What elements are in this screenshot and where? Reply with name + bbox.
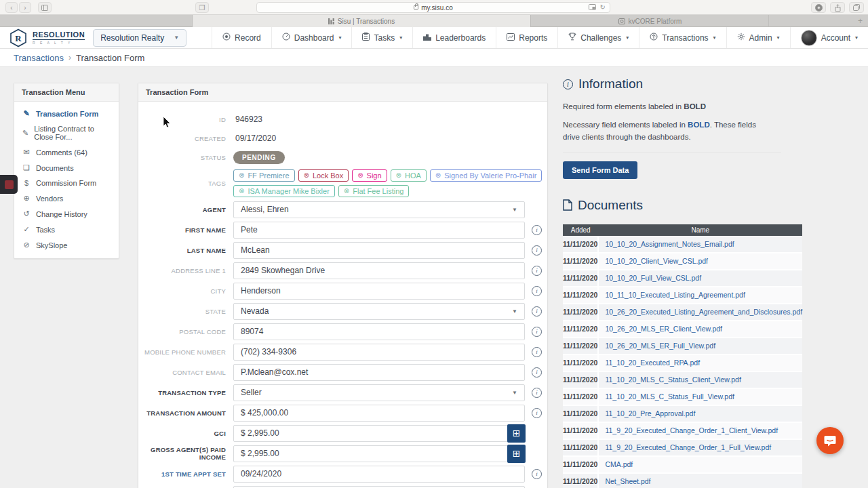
- field-input[interactable]: Alessi, Ehren: [233, 201, 525, 218]
- document-link[interactable]: 11_9_20_Executed_Change_Order_1_Client_V…: [598, 422, 802, 439]
- document-row: 11/11/2020 CMA.pdf: [563, 456, 802, 473]
- document-link[interactable]: 11_9_20_Executed_Change_Order_1_Full_Vie…: [598, 439, 802, 456]
- document-link[interactable]: 10_10_20_Assignment_Notes_Email.pdf: [598, 236, 802, 253]
- document-link[interactable]: 11_10_20_Pre_Approval.pdf: [598, 405, 802, 422]
- document-link[interactable]: 10_26_20_MLS_ER_Full_View.pdf: [598, 338, 802, 354]
- address-bar[interactable]: my.sisu.co ↻: [256, 2, 610, 13]
- field-input[interactable]: $ 2,995.00: [233, 445, 525, 462]
- sidebar-menu-item[interactable]: ❏ Documents: [14, 160, 119, 176]
- info-icon[interactable]: i: [532, 245, 542, 256]
- document-link[interactable]: 10_26_20_MLS_ER_Client_View.pdf: [598, 321, 802, 338]
- field-input[interactable]: Nevada: [233, 303, 525, 320]
- field-input[interactable]: Henderson: [233, 283, 525, 300]
- share-icon[interactable]: [830, 2, 845, 13]
- tasks-icon[interactable]: Tasks ▾: [351, 27, 412, 48]
- field-input[interactable]: P.Mclean@cox.net: [233, 364, 525, 381]
- chat-launcher-button[interactable]: [816, 427, 844, 454]
- field-input[interactable]: Seller: [233, 384, 525, 401]
- sidebar-menu-item[interactable]: ⊕ Vendors: [14, 190, 119, 206]
- reload-icon[interactable]: ↻: [600, 3, 606, 11]
- challenges-icon[interactable]: Challenges ▾: [557, 27, 639, 48]
- tab-overview-icon[interactable]: [849, 2, 864, 13]
- field-input[interactable]: 89074: [233, 323, 525, 340]
- dashboard-icon[interactable]: Dashboard ▾: [271, 27, 352, 48]
- info-icon[interactable]: i: [532, 327, 542, 337]
- info-icon[interactable]: i: [532, 408, 542, 418]
- information-heading: i Information: [563, 77, 781, 92]
- breadcrumb-transactions-link[interactable]: Transactions: [14, 53, 64, 63]
- browser-back-button[interactable]: ‹: [5, 2, 18, 13]
- tag-pill[interactable]: ⊗ Sign: [352, 169, 387, 182]
- sidebar-menu-item[interactable]: ✓ Tasks: [14, 222, 119, 237]
- account-icon[interactable]: Account ▾: [790, 27, 868, 48]
- document-link[interactable]: 11_10_20_MLS_C_Status_Full_View.pdf: [598, 388, 802, 405]
- document-link[interactable]: 10_10_20_Client_View_CSL.pdf: [598, 253, 802, 270]
- info-icon[interactable]: i: [532, 388, 542, 398]
- info-icon[interactable]: i: [532, 367, 542, 378]
- leaderboards-icon[interactable]: Leaderboards: [412, 27, 496, 48]
- remove-tag-icon[interactable]: ⊗: [304, 171, 309, 179]
- calculator-button[interactable]: ⊞: [507, 424, 526, 443]
- tag-pill[interactable]: ⊗ ISA Manager Mike Bixler: [233, 185, 335, 197]
- document-link[interactable]: 10_10_20_Full_View_CSL.pdf: [598, 270, 802, 287]
- documents-title: Documents: [578, 198, 643, 213]
- document-link[interactable]: 10_11_10_Executed_Listing_Agreement.pdf: [598, 287, 802, 304]
- send-form-data-button[interactable]: Send Form Data: [563, 161, 637, 179]
- browser-sidebar-icon[interactable]: [38, 2, 52, 13]
- team-selector-dropdown[interactable]: Resolution Realty ▼: [93, 29, 186, 47]
- extension-badge-icon[interactable]: [811, 2, 826, 13]
- remove-tag-icon[interactable]: ⊗: [239, 171, 244, 179]
- sidebar-menu-item[interactable]: ✎ Transaction Form: [14, 106, 119, 121]
- field-value: 89074: [241, 327, 263, 336]
- sidebar-menu-item[interactable]: ⊘ SkySlope: [14, 237, 119, 253]
- field-input[interactable]: $ 425,000.00: [233, 405, 525, 422]
- info-icon[interactable]: i: [532, 225, 542, 235]
- tag-pill[interactable]: ⊗ FF Premiere: [233, 169, 295, 182]
- info-icon[interactable]: i: [532, 266, 542, 276]
- tag-pill[interactable]: ⊗ Lock Box: [298, 169, 349, 182]
- record-icon[interactable]: Record: [212, 27, 271, 48]
- transactions-icon[interactable]: Transactions ▾: [639, 27, 726, 48]
- tab-kvcore-platform[interactable]: kvCORE Platform: [532, 15, 769, 27]
- screen-capture-extension-tab[interactable]: [0, 175, 18, 194]
- field-input[interactable]: 09/24/2020: [233, 466, 525, 483]
- remove-tag-icon[interactable]: ⊗: [239, 187, 244, 195]
- sidebar-menu-item[interactable]: ↺ Change History: [14, 206, 119, 222]
- remove-tag-icon[interactable]: ⊗: [357, 171, 363, 179]
- tag-pill[interactable]: ⊗ Flat Fee Listing: [338, 185, 410, 197]
- field-input[interactable]: Pete: [233, 222, 525, 239]
- info-icon[interactable]: i: [532, 347, 542, 357]
- document-link[interactable]: 11_10_20_MLS_C_Status_Client_View.pdf: [598, 371, 802, 388]
- sidebar-menu-item[interactable]: $ Commission Form: [14, 176, 119, 190]
- reader-icon[interactable]: [589, 4, 596, 10]
- document-link[interactable]: 11_10_20_Executed_RPA.pdf: [598, 354, 802, 371]
- reports-icon[interactable]: Reports: [496, 27, 557, 48]
- field-input[interactable]: McLean: [233, 242, 525, 259]
- admin-icon[interactable]: Admin ▾: [726, 27, 790, 48]
- document-link[interactable]: CMA.pdf: [598, 456, 802, 473]
- sidebar-menu-item[interactable]: ✉ Comments (64): [14, 144, 119, 160]
- brand-logo[interactable]: R RESOLUTION R E A L T Y: [0, 27, 85, 48]
- field-input[interactable]: 2849 Skowhegan Drive: [233, 262, 525, 279]
- info-icon[interactable]: i: [532, 286, 542, 296]
- tab-sisu-transactions[interactable]: Sisu | Transactions: [192, 15, 531, 27]
- tag-pill[interactable]: ⊗ Signed By Valerie Pro-Phair: [430, 169, 542, 182]
- form-field-row: GROSS AGENT(S) PAID INCOME $ 2,995.00 ⊞: [138, 443, 547, 464]
- remove-tag-icon[interactable]: ⊗: [344, 187, 349, 195]
- browser-forward-button[interactable]: ›: [19, 2, 31, 13]
- extension-icon[interactable]: ❐: [195, 2, 209, 13]
- info-icon[interactable]: i: [532, 306, 542, 317]
- field-input[interactable]: 09/24/2020: [233, 486, 525, 488]
- url-text: my.sisu.co: [421, 4, 453, 12]
- document-link[interactable]: 10_26_20_Executed_Listing_Agreement_and_…: [598, 304, 802, 321]
- document-link[interactable]: Net_Sheet.pdf: [598, 473, 802, 488]
- field-input[interactable]: $ 2,995.00: [233, 425, 525, 442]
- info-icon[interactable]: i: [532, 469, 542, 479]
- calculator-button[interactable]: ⊞: [507, 445, 526, 463]
- field-input[interactable]: (702) 334-9306: [233, 344, 525, 361]
- remove-tag-icon[interactable]: ⊗: [435, 171, 441, 179]
- remove-tag-icon[interactable]: ⊗: [396, 171, 401, 179]
- tag-pill[interactable]: ⊗ HOA: [391, 169, 427, 182]
- new-tab-button[interactable]: +: [858, 16, 863, 26]
- sidebar-menu-item[interactable]: ✎ Listing Contract to Close For...: [14, 121, 119, 144]
